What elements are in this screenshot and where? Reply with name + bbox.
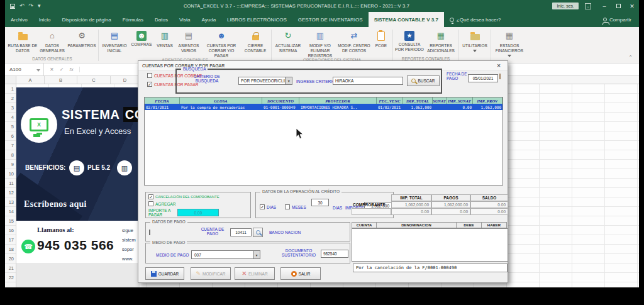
- tab-inicio[interactable]: Inicio: [33, 12, 57, 27]
- column-header-c[interactable]: C: [77, 76, 111, 84]
- eliminar-button[interactable]: ✕ ELIMINAR: [235, 267, 275, 280]
- utilitarios-button[interactable]: UTILITARIOS: [460, 28, 489, 52]
- redo-icon[interactable]: ↷: [29, 3, 34, 9]
- cierre-contable-button[interactable]: CIERRE CONTABLE: [241, 28, 270, 53]
- datos-pago-checkbox[interactable]: [149, 230, 150, 235]
- dialog-close-icon[interactable]: ✕: [494, 63, 504, 69]
- row-header[interactable]: 7: [5, 141, 16, 150]
- row-header[interactable]: 15: [5, 216, 16, 226]
- checkbox-unchecked-icon[interactable]: [285, 204, 290, 209]
- minimize-button[interactable]: –: [597, 0, 611, 12]
- tab-disposicion[interactable]: Disposición de página: [56, 12, 116, 27]
- salir-button[interactable]: SALIR: [280, 267, 321, 280]
- dias-input[interactable]: 30: [311, 199, 329, 206]
- formula-cancel-icon[interactable]: ✕: [50, 67, 54, 72]
- medio-pago-select[interactable]: 007 ▾: [191, 250, 260, 259]
- guardar-button[interactable]: GUARDAR: [145, 267, 184, 280]
- formula-enter-icon[interactable]: ✓: [60, 67, 64, 72]
- row-header[interactable]: 9: [5, 160, 16, 169]
- column-header-b[interactable]: B: [45, 76, 77, 84]
- selected-row[interactable]: 02/01/2021 Por la compra de mercaderias …: [145, 104, 502, 110]
- accounts-body[interactable]: [352, 228, 508, 262]
- compras-button[interactable]: ☻ COMPRAS: [129, 28, 154, 47]
- row-header[interactable]: 16: [5, 226, 16, 235]
- cuentas-cobrar-pagar-button[interactable]: ☻ CUENTAS POR COBRAR Y/O PAGAR: [202, 28, 241, 58]
- tab-sistema-contable[interactable]: SISTEMA CONTABLE V 3.7: [369, 12, 444, 27]
- column-header-d[interactable]: D: [111, 76, 140, 84]
- modificar-button[interactable]: ✎ MODIFICAR: [191, 267, 231, 280]
- row-header[interactable]: 18: [5, 245, 16, 254]
- agregar-checkbox[interactable]: AGREGAR: [148, 201, 176, 206]
- tab-gestor-inventarios[interactable]: GESTOR DE INVENTARIOS: [292, 12, 369, 27]
- tab-vista[interactable]: Vista: [174, 12, 196, 27]
- meses-checkbox[interactable]: MESES: [285, 204, 306, 209]
- row-header[interactable]: 3: [5, 103, 16, 113]
- column-header-a[interactable]: A: [16, 76, 45, 84]
- row-header[interactable]: 20: [5, 254, 16, 263]
- checkbox-checked-icon[interactable]: ✓: [260, 204, 265, 209]
- row-header[interactable]: 2: [5, 94, 16, 103]
- ventas-button[interactable]: ▥ VENTAS: [154, 28, 175, 48]
- cuenta-pago-input[interactable]: 10411: [230, 228, 252, 236]
- checkbox-checked-icon[interactable]: ✓: [147, 82, 152, 87]
- row-header[interactable]: 22: [5, 273, 16, 282]
- modif-centro-costos-button[interactable]: ⇄ MODIF. CENTRO DE COSTOS: [337, 28, 371, 53]
- name-box[interactable]: A100: [5, 64, 44, 75]
- buscar-button[interactable]: BUSCAR: [407, 75, 440, 86]
- row-header[interactable]: 4: [5, 113, 16, 122]
- select-dropdown-icon[interactable]: ▾: [285, 77, 292, 84]
- inventario-inicial-button[interactable]: ▤ INVENTARIO INICIAL: [100, 28, 129, 53]
- ruta-base-datos-button[interactable]: RUTA BASE DE DATOS: [8, 28, 38, 53]
- calendar-icon[interactable]: [499, 74, 501, 79]
- close-button[interactable]: ✕: [625, 0, 639, 12]
- name-box-dropdown-icon[interactable]: [36, 69, 40, 72]
- login-button[interactable]: Inic. ses.: [552, 3, 579, 9]
- checkbox-unchecked-icon[interactable]: [148, 201, 153, 206]
- criterio-select[interactable]: POR PROVEEDOR/CLIE ▾: [238, 77, 292, 85]
- row-header[interactable]: 21: [5, 263, 16, 273]
- row-header[interactable]: 10: [5, 169, 16, 179]
- collapse-ribbon-icon[interactable]: ⌃: [628, 55, 638, 63]
- save-icon[interactable]: [10, 4, 15, 9]
- modif-eliminar-registros-button[interactable]: ▥ MODIF Y/O ELIMINAR REGISTROS: [303, 28, 337, 58]
- estados-financieros-button[interactable]: ▦ ESTADOS FINANCIEROS: [492, 28, 526, 57]
- share-button[interactable]: Compartir: [603, 12, 639, 27]
- row-header[interactable]: 6: [5, 131, 16, 141]
- cancelacion-checkbox[interactable]: ✓ CANCELACIÓN DEL COMPROBANTE: [148, 194, 219, 199]
- parametros-button[interactable]: ⚙ PARAMETROS: [67, 28, 97, 48]
- tab-ayuda[interactable]: Ayuda: [196, 12, 222, 27]
- ribbon-display-options-icon[interactable]: ⌄: [585, 3, 591, 9]
- row-header[interactable]: 11: [5, 179, 16, 188]
- pcge-button[interactable]: PCGE: [371, 28, 391, 48]
- row-header[interactable]: 13: [5, 197, 16, 207]
- row-header[interactable]: 14: [5, 207, 16, 216]
- tab-datos[interactable]: Datos: [149, 12, 174, 27]
- restore-button[interactable]: [611, 0, 625, 12]
- results-grid[interactable]: FECHA GLOSA DOCUMENTO PROVEEDOR FEC_VENC…: [144, 97, 503, 186]
- datos-generales-button[interactable]: ⌂ DATOS GENERALES: [38, 28, 67, 53]
- consulta-periodo-button[interactable]: ★ CONSULTA POR PERIODO: [394, 28, 425, 52]
- dias-checkbox[interactable]: ✓ DIAS: [260, 204, 276, 209]
- row-header[interactable]: 8: [5, 150, 16, 160]
- cuenta-search-button[interactable]: [253, 228, 263, 237]
- tab-archivo[interactable]: Archivo: [5, 12, 33, 27]
- select-all-corner[interactable]: [5, 76, 16, 84]
- undo-icon[interactable]: ↶: [19, 3, 25, 9]
- checkbox-checked-icon[interactable]: ✓: [148, 194, 153, 199]
- row-header[interactable]: 5: [5, 122, 16, 131]
- checkbox-unchecked-icon[interactable]: [147, 73, 152, 78]
- tab-libros-electronicos[interactable]: LIBROS ELECTRÓNICOS: [221, 12, 292, 27]
- tab-formulas[interactable]: Fórmulas: [117, 12, 149, 27]
- row-header[interactable]: 1: [5, 84, 16, 94]
- criterio-input[interactable]: HIRAOKA: [333, 77, 403, 85]
- fecha-pago-input[interactable]: 05/01/2021: [468, 74, 498, 82]
- row-header[interactable]: 12: [5, 188, 16, 197]
- asientos-varios-button[interactable]: ▤ ASIENTOS VARIOS: [175, 28, 202, 53]
- fx-icon[interactable]: fx: [69, 67, 73, 72]
- tell-me-box[interactable]: ¿Qué desea hacer?: [444, 12, 507, 27]
- actualizar-sistema-button[interactable]: ↻ ACTUALIZAR SISTEMA: [273, 28, 303, 53]
- reportes-adicionales-button[interactable]: ▦ REPORTES ADICIONALES: [425, 28, 457, 53]
- row-header[interactable]: 17: [5, 235, 16, 245]
- documento-sustentatorio-input[interactable]: 982540: [321, 250, 348, 258]
- select-dropdown-icon[interactable]: ▾: [253, 251, 260, 258]
